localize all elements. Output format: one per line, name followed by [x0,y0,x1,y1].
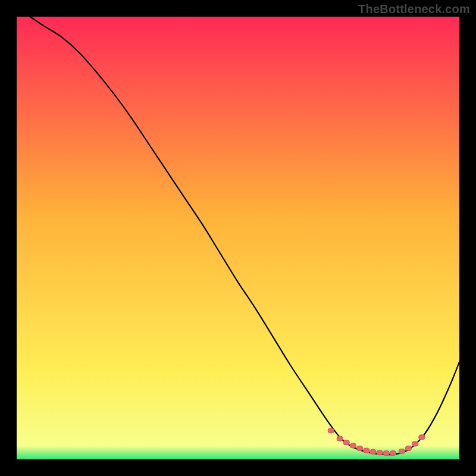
marker-dot [399,449,405,454]
marker-dot [377,450,383,455]
marker-dot [383,451,389,456]
marker-dot [343,440,349,445]
chart-frame: TheBottleneck.com [0,0,476,476]
marker-dot [350,443,356,448]
plot-area [17,17,459,459]
marker-dot [357,446,363,450]
marker-dot [405,446,411,450]
watermark-text: TheBottleneck.com [358,2,470,16]
marker-dot [337,436,343,441]
gradient-background [17,17,459,459]
marker-dot [419,435,425,440]
marker-dot [370,449,376,454]
plot-svg [17,17,459,459]
marker-dot [390,451,396,456]
marker-dot [412,441,418,446]
marker-dot [364,448,369,453]
marker-dot [328,428,334,433]
